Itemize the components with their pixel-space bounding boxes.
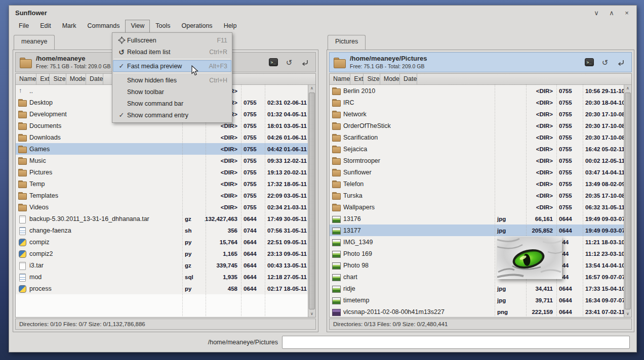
right-pane: /home/meaneye/Pictures Free: 75.1 GB - T… [327,50,634,332]
menubar-item[interactable]: Operations [176,20,218,33]
menu-separator [114,73,230,73]
table-row[interactable]: Berlin 2010 <DIR> 0755 10:56 29-11-10 [330,85,624,97]
file-icon [332,203,340,211]
table-row[interactable]: vlcsnap-2011-02-08-00h41m13s227 png 222,… [330,306,624,317]
menu-item-icon [116,62,127,70]
column-header[interactable]: Mode [66,74,86,84]
table-row[interactable]: Temp <DIR> 0755 17:32 18-05-11 [16,178,308,190]
table-row[interactable]: ridje jpg 34,411 0644 17:33 15-04-10 [330,283,624,294]
window-title: Sunflower [15,9,47,17]
menubar-item[interactable]: View [125,20,150,33]
file-icon [18,285,26,293]
file-icon [18,157,26,165]
titlebar[interactable]: Sunflower ∨ ∧ × [9,6,636,20]
file-icon [332,122,340,130]
table-row[interactable]: change-faenza sh 356 0744 07:56 31-05-11 [16,224,308,236]
opposite-panel-icon[interactable] [616,58,625,66]
table-row[interactable]: Downloads <DIR> 0755 04:26 01-06-11 [16,131,308,143]
tab-pictures[interactable]: Pictures [328,35,366,50]
table-row[interactable]: backup-5.30.2011_13-31-16_dhhanana.tar g… [16,213,308,224]
table-row[interactable]: IMG_1349 644 11:21 18-03-10 [330,236,624,248]
folder-icon [20,58,32,67]
right-path: /home/meaneye/Pictures [350,55,427,63]
table-row[interactable]: Photo 169 644 11:12 23-03-10 [330,248,624,259]
menubar-item[interactable]: Help [218,20,243,33]
column-header[interactable]: Date [86,74,103,84]
opposite-panel-icon[interactable] [300,58,309,66]
menubar-item[interactable]: Edit [34,20,57,33]
menu-item[interactable]: Show toolbar [113,86,231,98]
menu-item[interactable]: Fullscreen F11 [113,34,231,46]
column-header[interactable]: Name [16,74,36,84]
file-icon [332,168,340,176]
terminal-icon[interactable]: >_ [269,58,278,66]
column-header[interactable]: Ext [36,74,50,84]
column-header[interactable]: Date [400,74,417,84]
table-row[interactable]: compiz2 py 1,165 0644 23:13 09-05-11 [16,248,308,259]
table-row[interactable]: Templates <DIR> 0755 22:09 03-05-11 [16,190,308,201]
column-header[interactable]: Ext [350,74,364,84]
table-row[interactable]: Scarification <DIR> 0755 20:30 17-10-08 [330,131,624,143]
table-row[interactable]: process py 458 0644 02:17 18-05-11 [16,283,308,294]
file-icon [332,308,340,316]
left-storage-info: Free: 75.1 GB - Total: 209.0 GB [36,63,110,70]
table-row[interactable]: Stormtrooper <DIR> 0755 00:02 12-05-11 [330,155,624,166]
window-control-button[interactable]: ∧ [608,10,615,16]
table-row[interactable]: Sejacica <DIR> 0755 16:42 05-02-11 [330,143,624,155]
table-row[interactable]: Games <DIR> 0755 04:42 01-06-11 [16,143,308,155]
menu-item[interactable]: Reload item list Ctrl+R [113,46,231,58]
image-preview-thumbnail [497,237,562,279]
table-row[interactable]: Telefon <DIR> 0755 13:49 08-02-09 [330,178,624,190]
menu-item[interactable]: Fast media preview Alt+F3 [113,60,231,72]
right-path-header[interactable]: /home/meaneye/Pictures Free: 75.1 GB - T… [329,52,632,72]
file-icon [18,203,26,211]
table-row[interactable]: Photo 98 644 13:54 14-04-10 [330,259,624,271]
scrollbar-thumb[interactable] [309,93,315,309]
history-icon[interactable]: ↺ [285,58,294,66]
menubar-item[interactable]: File [13,20,34,33]
file-icon [18,145,26,153]
file-icon [18,238,26,246]
table-row[interactable]: Network <DIR> 0755 20:30 17-10-08 [330,108,624,120]
table-row[interactable]: IRC <DIR> 0755 20:30 18-04-10 [330,97,624,108]
file-icon [18,250,26,258]
table-row[interactable]: OrderOfTheStick <DIR> 0755 20:30 17-10-0… [330,120,624,131]
right-scrollbar[interactable]: ∧ ∨ [624,85,631,317]
menu-item-icon [116,48,127,56]
tab-meaneye[interactable]: meaneye [14,35,55,50]
table-row[interactable]: timetemp jpg 39,711 0644 16:34 09-07-07 [330,294,624,306]
menu-item[interactable]: Show command entry [113,109,231,121]
command-input[interactable] [282,336,630,349]
window-control-button[interactable]: ∨ [593,10,600,16]
file-icon [18,133,26,142]
menu-item[interactable]: Show hidden files Ctrl+H [113,74,231,86]
window-control-button[interactable]: × [623,10,630,16]
column-header[interactable]: Size [364,74,380,84]
menubar-item[interactable]: Mark [57,20,82,33]
window-controls: ∨ ∧ × [593,10,630,16]
table-row[interactable]: 13176 jpg 66,161 0644 19:49 09-03-07 [330,213,624,224]
table-row[interactable]: compiz py 15,764 0644 22:51 09-05-11 [16,236,308,248]
column-header[interactable]: Name [330,74,350,84]
menu-item[interactable]: Show command bar [113,98,231,109]
table-row[interactable]: chart 644 16:57 09-07-07 [330,271,624,283]
table-row[interactable]: Wallpapers <DIR> 0755 06:32 31-05-11 [330,201,624,213]
right-column-headers: Name Ext Size Mode Date [330,74,631,85]
table-row[interactable]: Sunflower <DIR> 0755 03:47 14-04-11 [330,166,624,178]
column-header[interactable]: Mode [380,74,400,84]
menubar-item[interactable]: Commands [82,20,125,33]
table-row[interactable]: 13177 jpg 205,852 0644 19:49 09-03-07 [330,224,624,236]
table-row[interactable]: mod sql 1,935 0644 12:18 27-05-11 [16,271,308,283]
terminal-icon[interactable]: >_ [585,58,594,66]
table-row[interactable]: Videos <DIR> 0755 02:34 21-03-11 [16,201,308,213]
column-header[interactable]: Size [50,74,66,84]
scrollbar-thumb[interactable] [625,93,631,309]
table-row[interactable]: i3.tar gz 339,745 0644 00:43 13-05-11 [16,259,308,271]
left-scrollbar[interactable]: ∧ ∨ [308,85,315,317]
table-row[interactable]: Turska <DIR> 0755 20:35 17-10-08 [330,190,624,201]
menubar-item[interactable]: Tools [150,20,176,33]
command-path-label: /home/meaneye/Pictures [208,339,278,346]
table-row[interactable]: Music <DIR> 0755 09:33 12-02-11 [16,155,308,166]
table-row[interactable]: Pictures <DIR> 0755 19:13 20-02-11 [16,166,308,178]
history-icon[interactable]: ↺ [600,58,610,66]
